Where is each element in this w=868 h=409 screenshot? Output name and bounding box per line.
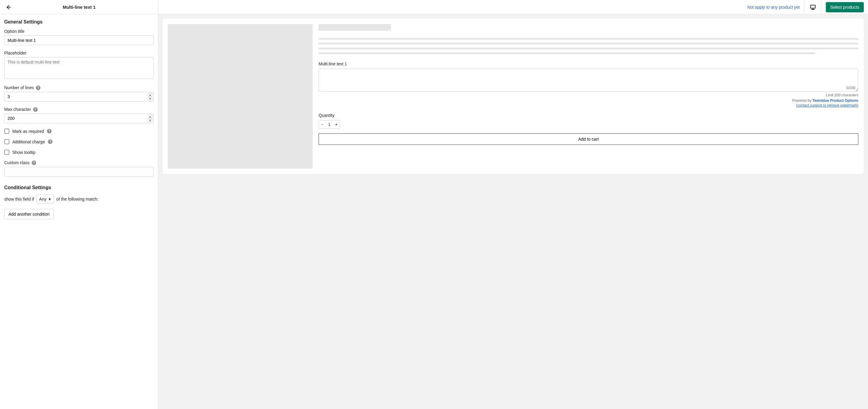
preview-field-label: Multi-line text 1	[318, 62, 858, 66]
help-icon[interactable]: ?	[32, 161, 36, 165]
preview-textarea[interactable]	[318, 69, 858, 92]
svg-rect-3	[811, 9, 815, 10]
select-products-button[interactable]: Select products	[826, 2, 864, 12]
additional-charge-label: Additional charge	[12, 139, 45, 144]
maxchar-increment-button[interactable]: ▲	[148, 115, 152, 118]
max-character-label: Max character	[4, 107, 31, 112]
quantity-decrement-button[interactable]: -	[319, 121, 326, 128]
help-icon[interactable]: ?	[33, 107, 38, 112]
general-settings-heading: General Settings	[4, 19, 154, 25]
show-tooltip-checkbox[interactable]	[4, 150, 9, 155]
text-placeholder	[318, 47, 858, 49]
page-title: Multi-line text 1	[4, 4, 154, 10]
quantity-stepper: - 1 +	[318, 120, 340, 129]
quantity-label: Quantity	[318, 113, 858, 118]
svg-rect-1	[811, 5, 815, 8]
help-icon[interactable]: ?	[48, 139, 53, 144]
preview-card: Multi-line text 1 0/200 Limit 200 charac…	[162, 19, 864, 174]
placeholder-label: Placeholder	[4, 50, 154, 56]
conditional-settings-heading: Conditional Settings	[4, 185, 154, 190]
number-of-lines-label: Number of lines	[4, 85, 34, 90]
desktop-icon	[810, 4, 816, 10]
condition-prefix-text: show this field if	[4, 197, 34, 202]
product-image-placeholder	[168, 24, 313, 169]
powered-by-text: Powered by Teeinblue Product Options	[318, 99, 858, 103]
maxchar-decrement-button[interactable]: ▼	[148, 118, 152, 122]
viewport-toggle[interactable]	[804, 0, 822, 14]
text-placeholder	[318, 53, 815, 54]
text-placeholder	[318, 43, 858, 44]
lines-increment-button[interactable]: ▲	[148, 93, 152, 97]
condition-match-value: Any	[39, 197, 46, 202]
mark-required-checkbox[interactable]	[4, 129, 9, 134]
watermark-link[interactable]: (contact support to remove watermark)	[796, 103, 858, 107]
condition-match-select[interactable]: Any ▲▼	[36, 195, 54, 204]
powered-by-link[interactable]: Teeinblue Product Options	[812, 99, 858, 103]
max-character-input[interactable]	[4, 113, 154, 123]
custom-class-input[interactable]	[4, 167, 154, 176]
quantity-increment-button[interactable]: +	[333, 121, 340, 128]
add-condition-button[interactable]: Add another condition	[4, 209, 54, 219]
show-tooltip-label: Show tooltip	[12, 150, 35, 155]
placeholder-input[interactable]	[4, 57, 154, 79]
option-title-label: Option title	[4, 29, 154, 34]
quantity-value: 1	[326, 121, 333, 128]
option-title-input[interactable]	[4, 36, 154, 45]
condition-suffix-text: of the following match:	[56, 197, 98, 202]
add-to-cart-button[interactable]: Add to cart	[318, 133, 858, 145]
svg-rect-2	[812, 9, 814, 9]
preview-panel: Multi-line text 1 0/200 Limit 200 charac…	[158, 14, 868, 409]
mark-required-label: Mark as required	[12, 129, 44, 134]
help-icon[interactable]: ?	[47, 129, 52, 133]
text-placeholder	[318, 38, 858, 40]
custom-class-label: Custom class	[4, 160, 30, 165]
title-placeholder	[318, 24, 391, 31]
select-sort-icon: ▲▼	[48, 198, 51, 200]
help-icon[interactable]: ?	[36, 86, 40, 90]
number-of-lines-input[interactable]	[4, 92, 154, 102]
additional-charge-checkbox[interactable]	[4, 139, 9, 144]
settings-panel: General Settings Option title Placeholde…	[0, 14, 158, 409]
limit-text: Limit 200 characters	[318, 93, 858, 97]
not-applied-status: Not apply to any product yet	[747, 5, 800, 10]
lines-decrement-button[interactable]: ▼	[148, 97, 152, 100]
